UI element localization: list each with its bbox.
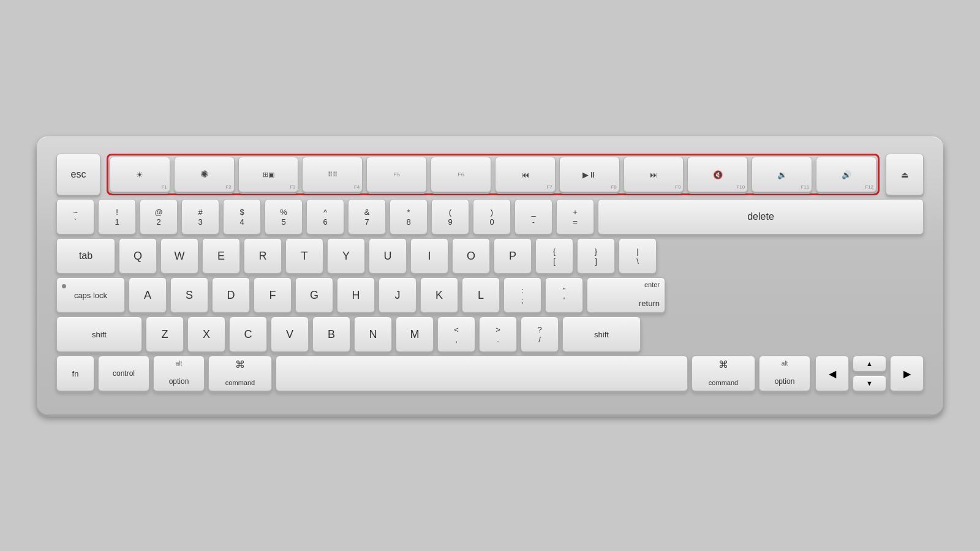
key-d[interactable]: D [212,277,250,313]
function-row: esc ☀ F1 ✺ F2 ⊞▣ F3 ⠿⠿ F4 F5 [56,154,924,195]
key-slash[interactable]: ? / [521,317,559,352]
key-period[interactable]: > . [479,317,517,352]
a-label: A [144,289,151,302]
key-p[interactable]: P [494,238,532,274]
key-comma[interactable]: < , [437,317,475,352]
l-label: L [478,289,484,302]
key-f7[interactable]: ⏮ F7 [495,157,556,192]
key-w[interactable]: W [160,238,198,274]
key-9[interactable]: ( 9 [431,199,469,234]
f9-label: F9 [675,184,680,190]
key-control[interactable]: control [98,356,149,391]
arrow-down-icon: ▼ [866,380,873,387]
key-1[interactable]: ! 1 [98,199,136,234]
key-f5[interactable]: F5 [366,157,427,192]
key-s[interactable]: S [170,277,208,313]
key-fn[interactable]: fn [56,356,94,391]
key-option-left[interactable]: alt option [153,356,205,391]
key-f8[interactable]: ▶⏸ F8 [559,157,620,192]
key-caps-lock[interactable]: caps lock [56,277,125,313]
key-m[interactable]: M [396,317,434,352]
arrow-top: ◀ ▲ ▼ ▶ [815,356,924,391]
h-label: H [352,289,360,302]
key-f1[interactable]: ☀ F1 [110,157,170,192]
key-0[interactable]: ) 0 [473,199,511,234]
key-f6[interactable]: F6 [431,157,491,192]
m-label: M [410,328,420,341]
f5-label: F5 [393,171,400,178]
key-q[interactable]: Q [119,238,157,274]
key-esc[interactable]: esc [56,154,100,195]
key-y[interactable]: Y [327,238,365,274]
key-i[interactable]: I [410,238,448,274]
key-f10[interactable]: 🔇 F10 [687,157,748,192]
key-5[interactable]: % 5 [265,199,303,234]
alt-right-label: alt [782,360,788,367]
key-arrow-left[interactable]: ◀ [815,356,849,391]
key-tab[interactable]: tab [56,238,115,274]
key-4[interactable]: $ 4 [223,199,261,234]
key-arrow-down[interactable]: ▼ [853,375,886,391]
key-h[interactable]: H [337,277,375,313]
f9-icon: ⏭ [650,171,658,179]
key-bracket-left[interactable]: { [ [535,238,573,274]
key-space[interactable] [276,356,688,391]
key-f4[interactable]: ⠿⠿ F4 [302,157,363,192]
key-u[interactable]: U [369,238,407,274]
key-7[interactable]: & 7 [348,199,386,234]
key-x[interactable]: X [187,317,225,352]
key-o[interactable]: O [452,238,490,274]
key-c[interactable]: C [229,317,267,352]
key-r[interactable]: R [244,238,282,274]
shift-left-label: shift [92,331,107,339]
key-n[interactable]: N [354,317,392,352]
key-quote[interactable]: " ' [545,277,583,313]
key-8[interactable]: * 8 [390,199,428,234]
key-eject[interactable]: ⏏ [886,154,924,195]
key-delete[interactable]: delete [598,199,924,234]
f3-icon: ⊞▣ [263,171,274,178]
key-backslash[interactable]: | \ [619,238,657,274]
key-f3[interactable]: ⊞▣ F3 [238,157,299,192]
key-z[interactable]: Z [146,317,184,352]
backtick-labels: ~ ` [73,208,78,227]
key-j[interactable]: J [379,277,417,313]
arrow-left-icon: ◀ [829,368,836,380]
key-3[interactable]: # 3 [181,199,219,234]
key-v[interactable]: V [271,317,309,352]
x-label: X [203,328,210,341]
key-minus[interactable]: _ - [514,199,552,234]
key-e[interactable]: E [202,238,240,274]
key-b[interactable]: B [312,317,350,352]
key-bracket-right[interactable]: } ] [577,238,615,274]
key-6[interactable]: ^ 6 [306,199,344,234]
key-l[interactable]: L [462,277,500,313]
key-a[interactable]: A [129,277,167,313]
key-f11[interactable]: 🔉 F11 [752,157,812,192]
key-semicolon[interactable]: : ; [503,277,541,313]
f10-label: F10 [736,184,745,190]
key-backtick[interactable]: ~ ` [56,199,94,234]
option-right-label: option [775,377,795,386]
key-2[interactable]: @ 2 [140,199,178,234]
key-t[interactable]: T [285,238,323,274]
key-f[interactable]: F [254,277,292,313]
key-f2[interactable]: ✺ F2 [174,157,235,192]
r-label: R [259,250,267,263]
key-return[interactable]: enter return [587,277,665,313]
key-arrow-right[interactable]: ▶ [890,356,924,391]
key-k[interactable]: K [420,277,458,313]
key-g[interactable]: G [295,277,333,313]
key-f12[interactable]: 🔊 F12 [816,157,876,192]
key-command-right[interactable]: ⌘ command [692,356,755,391]
key-command-left[interactable]: ⌘ command [208,356,272,391]
command-right-icon: ⌘ [718,359,728,370]
key-option-right[interactable]: alt option [759,356,810,391]
y-label: Y [342,250,350,263]
w-label: W [175,250,185,263]
key-equals[interactable]: + = [556,199,594,234]
key-shift-right[interactable]: shift [562,317,641,352]
key-arrow-up[interactable]: ▲ [853,356,886,372]
key-f9[interactable]: ⏭ F9 [624,157,684,192]
key-shift-left[interactable]: shift [56,317,142,352]
